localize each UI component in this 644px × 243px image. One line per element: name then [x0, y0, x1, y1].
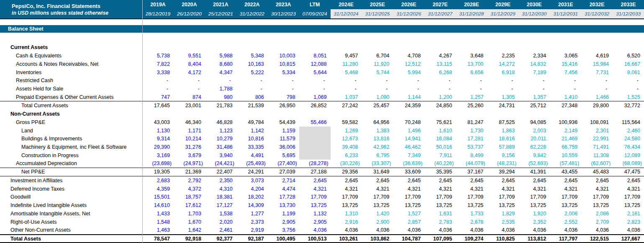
- cell-land-2023A[interactable]: 1,159: [268, 127, 299, 134]
- cell-accumulated-depreciation-2033E[interactable]: (68,089): [613, 160, 644, 167]
- col-date-2022A[interactable]: 31/12/2022: [236, 9, 268, 18]
- cell-gross-ppe-2026E[interactable]: 70,248: [393, 119, 425, 126]
- cell-investment-in-affiliates-LTM[interactable]: 2,645: [299, 177, 331, 184]
- cell-amortisable-intangibles-2023A[interactable]: 1,199: [268, 210, 299, 217]
- cell-net-ppe-2027E[interactable]: 35,395: [424, 168, 456, 176]
- cell-construction-in-progress-2019A[interactable]: 3,169: [142, 152, 174, 159]
- cell-total-assets-LTM[interactable]: 100,513: [299, 235, 331, 243]
- col-year-2025E[interactable]: 2025E: [362, 0, 393, 9]
- col-year-2023A[interactable]: 2023A: [268, 0, 299, 9]
- cell-assets-held-for-sale-2021A[interactable]: 1,788: [205, 85, 236, 93]
- cell-construction-in-progress-2032E[interactable]: 11,308: [581, 152, 613, 159]
- cell-deferred-income-taxes-2026E[interactable]: 4,321: [393, 185, 425, 193]
- col-date-2021A[interactable]: 25/12/2021: [205, 9, 236, 18]
- cell-restricted-cash-2033E[interactable]: -: [613, 77, 644, 84]
- cell-net-ppe-2021A[interactable]: 22,407: [205, 168, 236, 176]
- cell-total-assets-2026E[interactable]: 104,787: [393, 235, 425, 243]
- label-net-ppe[interactable]: Net PP&E: [0, 168, 142, 176]
- cell-right-of-use-assets-2020A[interactable]: 1,670: [174, 218, 205, 226]
- label-restricted-cash[interactable]: Restricted Cash: [0, 77, 142, 84]
- cell-machinery-equipment-2031E[interactable]: 66,759: [550, 143, 581, 151]
- cell-deferred-income-taxes-2028E[interactable]: 4,321: [456, 185, 487, 193]
- cell-net-ppe-2029E[interactable]: 39,294: [487, 168, 518, 176]
- cell-total-assets-2021A[interactable]: 92,377: [205, 235, 236, 243]
- title-cell[interactable]: PepsiCo, Inc. Financial Statements in US…: [0, 0, 142, 18]
- cell-other-non-current-assets-2030E[interactable]: 4,036: [518, 226, 550, 234]
- cell-total-current-assets-2026E[interactable]: 24,359: [393, 102, 425, 109]
- cell-deferred-income-taxes-2019A[interactable]: 4,359: [142, 185, 174, 193]
- cell-machinery-equipment-LTM[interactable]: [299, 143, 331, 151]
- cell-cash-equivalents-2027E[interactable]: 4,267: [424, 52, 456, 59]
- cell-investment-in-affiliates-2026E[interactable]: 2,645: [393, 177, 425, 184]
- cell-right-of-use-assets-2029E[interactable]: 2,535: [487, 218, 518, 226]
- col-year-2027E[interactable]: 2027E: [424, 0, 456, 9]
- cell-restricted-cash-2019A[interactable]: -: [142, 77, 174, 84]
- col-year-2020A[interactable]: 2020A: [174, 0, 205, 9]
- cell-land-2019A[interactable]: 1,130: [142, 127, 174, 134]
- cell-accounts-notes-receivables-LTM[interactable]: 12,088: [299, 60, 331, 68]
- cell-total-assets-2019A[interactable]: 78,547: [142, 235, 174, 243]
- cell-assets-held-for-sale-2029E[interactable]: -: [487, 85, 518, 93]
- cell-gross-ppe-2027E[interactable]: 75,621: [424, 119, 456, 126]
- cell-other-non-current-assets-2032E[interactable]: 4,036: [581, 226, 613, 234]
- cell-amortisable-intangibles-2033E[interactable]: 2,161: [613, 210, 644, 217]
- cell-buildings-improvements-2030E[interactable]: 20,011: [518, 135, 550, 142]
- cell-goodwill-2019A[interactable]: 15,501: [142, 193, 174, 201]
- label-accounts-notes-receivables[interactable]: Accounts & Notes Receivables, Net: [0, 60, 142, 68]
- cell-total-assets-2028E[interactable]: 109,274: [456, 235, 487, 243]
- cell-other-non-current-assets-2022A[interactable]: 2,919: [236, 226, 268, 234]
- cell-prepaid-expenses-2032E[interactable]: 1,466: [581, 93, 613, 101]
- label-total-assets[interactable]: Total Assets: [0, 235, 142, 243]
- cell-indefinite-lived-intangibles-LTM[interactable]: 13,725: [299, 202, 331, 209]
- cell-assets-held-for-sale-2033E[interactable]: -: [613, 85, 644, 93]
- cell-prepaid-expenses-2025E[interactable]: 1,090: [362, 93, 393, 101]
- cell-net-ppe-2025E[interactable]: 31,649: [362, 168, 393, 176]
- label-prepaid-expenses[interactable]: Prepaid Expenses & Other Current Assets: [0, 93, 142, 101]
- cell-construction-in-progress-2029E[interactable]: 9,156: [487, 152, 518, 159]
- cell-indefinite-lived-intangibles-2019A[interactable]: 14,610: [142, 202, 174, 209]
- cell-land-2024E[interactable]: 1,269: [331, 127, 362, 134]
- col-date-2027E[interactable]: 31/12/2027: [424, 9, 456, 18]
- cell-indefinite-lived-intangibles-2026E[interactable]: 13,725: [393, 202, 425, 209]
- cell-amortisable-intangibles-2021A[interactable]: 1,538: [205, 210, 236, 217]
- cell-accounts-notes-receivables-2021A[interactable]: 8,680: [205, 60, 236, 68]
- cell-gross-ppe-2019A[interactable]: 43,003: [142, 119, 174, 126]
- cell-other-non-current-assets-LTM[interactable]: 4,036: [299, 226, 331, 234]
- cell-accounts-notes-receivables-2033E[interactable]: 16,667: [613, 60, 644, 68]
- cell-construction-in-progress-2028E[interactable]: 8,499: [456, 152, 487, 159]
- col-year-2024E[interactable]: 2024E: [331, 0, 362, 9]
- cell-prepaid-expenses-2020A[interactable]: 874: [174, 93, 205, 101]
- cell-inventories-2032E[interactable]: 7,731: [581, 69, 613, 76]
- cell-accumulated-depreciation-2019A[interactable]: (23,698): [142, 160, 174, 167]
- cell-total-current-assets-2032E[interactable]: 29,800: [581, 102, 613, 109]
- cell-assets-held-for-sale-2026E[interactable]: -: [393, 85, 425, 93]
- cell-cash-equivalents-2030E[interactable]: 2,334: [518, 52, 550, 59]
- cell-machinery-equipment-2025E[interactable]: 42,962: [362, 143, 393, 151]
- cell-investment-in-affiliates-2019A[interactable]: 2,683: [142, 177, 174, 184]
- col-date-2031E[interactable]: 31/12/2031: [550, 9, 581, 18]
- col-year-2021A[interactable]: 2021A: [205, 0, 236, 9]
- cell-buildings-improvements-2019A[interactable]: 9,314: [142, 135, 174, 142]
- cell-accounts-notes-receivables-2026E[interactable]: 12,512: [393, 60, 425, 68]
- cell-machinery-equipment-2022A[interactable]: 33,335: [236, 143, 268, 151]
- cell-other-non-current-assets-2024E[interactable]: 4,036: [331, 226, 362, 234]
- cell-gross-ppe-2028E[interactable]: 81,247: [456, 119, 487, 126]
- cell-machinery-equipment-2032E[interactable]: 71,491: [581, 143, 613, 151]
- cell-accumulated-depreciation-2032E[interactable]: (62,607): [581, 160, 613, 167]
- cell-buildings-improvements-2026E[interactable]: 14,941: [393, 135, 425, 142]
- cell-investment-in-affiliates-2029E[interactable]: 2,645: [487, 177, 518, 184]
- cell-cash-equivalents-2025E[interactable]: 6,704: [362, 52, 393, 59]
- cell-inventories-2024E[interactable]: 5,468: [331, 69, 362, 76]
- cell-prepaid-expenses-2028E[interactable]: 1,257: [456, 93, 487, 101]
- cell-buildings-improvements-2023A[interactable]: 11,579: [268, 135, 299, 142]
- label-right-of-use-assets[interactable]: Right-of-Use Assets: [0, 218, 142, 226]
- label-machinery-equipment[interactable]: Machinery & Equipment, inc Fleet & Softw…: [0, 143, 142, 151]
- cell-total-assets-2029E[interactable]: 110,825: [487, 235, 518, 243]
- cell-right-of-use-assets-2023A[interactable]: 2,905: [268, 218, 299, 226]
- cell-deferred-income-taxes-2030E[interactable]: 4,321: [518, 185, 550, 193]
- cell-land-2031E[interactable]: 2,149: [550, 127, 581, 134]
- cell-assets-held-for-sale-2019A[interactable]: -: [142, 85, 174, 93]
- cell-prepaid-expenses-2031E[interactable]: 1,410: [550, 93, 581, 101]
- cell-goodwill-2024E[interactable]: 17,709: [331, 193, 362, 201]
- col-date-2032E[interactable]: 31/12/2032: [581, 9, 613, 18]
